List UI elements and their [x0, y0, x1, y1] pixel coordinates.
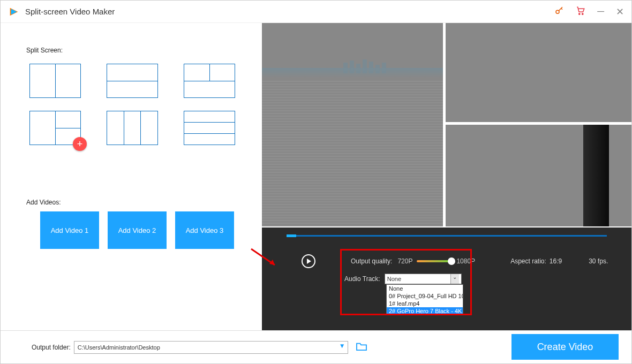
- preview-clip-3[interactable]: [446, 125, 631, 226]
- layout-top-split-bottom[interactable]: [184, 64, 235, 98]
- quality-1080p-label: 1080P: [456, 257, 475, 265]
- seek-bar[interactable]: [287, 235, 607, 237]
- chevron-down-icon: ⌄: [450, 274, 459, 284]
- layout-left-split-right[interactable]: +: [29, 111, 81, 145]
- audio-track-label: Audio Track:: [344, 275, 380, 283]
- add-video-buttons: Add Video 1 Add Video 2 Add Video 3: [40, 211, 250, 249]
- close-button[interactable]: ✕: [616, 6, 624, 18]
- audio-track-selected: None: [387, 276, 401, 282]
- aspect-ratio-value: 16:9: [550, 257, 562, 265]
- audio-option-1[interactable]: 0# Project_09-04_Full HD 108: [387, 292, 463, 300]
- minimize-button[interactable]: ─: [597, 6, 604, 17]
- play-button[interactable]: [302, 254, 315, 268]
- layout-3col[interactable]: [107, 111, 158, 145]
- preview-clip-2[interactable]: [446, 23, 631, 122]
- svg-point-2: [582, 13, 583, 14]
- key-icon[interactable]: [554, 6, 564, 18]
- output-folder-dropdown-icon[interactable]: ▼: [337, 342, 347, 353]
- quality-slider[interactable]: [417, 260, 452, 262]
- add-layout-icon[interactable]: +: [73, 137, 87, 151]
- audio-option-2[interactable]: 1# leaf.mp4: [387, 300, 463, 307]
- control-bar: Output quality: 720P 1080P Aspect ratio:…: [262, 228, 631, 330]
- audio-option-3[interactable]: 2# GoPro Hero 7 Black - 4K sa: [387, 307, 463, 315]
- add-video-1-button[interactable]: Add Video 1: [40, 211, 99, 249]
- audio-option-0[interactable]: None: [387, 285, 463, 292]
- content-area: Split Screen: +: [1, 23, 631, 330]
- split-screen-label: Split Screen:: [26, 47, 250, 54]
- layout-2col[interactable]: [29, 64, 81, 98]
- create-video-button[interactable]: Create Video: [511, 334, 619, 360]
- left-panel: Split Screen: +: [1, 23, 262, 330]
- audio-track-dropdown: None 0# Project_09-04_Full HD 108 1# lea…: [386, 284, 463, 315]
- preview-clip-1[interactable]: [262, 23, 443, 226]
- svg-point-0: [556, 10, 559, 13]
- quality-720p-label: 720P: [397, 257, 412, 265]
- app-logo-icon: [8, 6, 20, 18]
- add-video-2-button[interactable]: Add Video 2: [108, 211, 167, 249]
- svg-point-1: [579, 13, 580, 14]
- cart-icon[interactable]: [576, 6, 585, 18]
- app-title: Split-screen Video Maker: [25, 7, 554, 16]
- controls-row-2: Audio Track: None ⌄: [344, 274, 462, 284]
- layout-2row[interactable]: [107, 64, 158, 98]
- output-folder-field-wrap: ▼: [74, 341, 348, 354]
- layout-grid: +: [29, 64, 250, 145]
- add-videos-label: Add Videos:: [26, 199, 250, 206]
- preview-area: [262, 23, 631, 228]
- output-folder-input[interactable]: [74, 341, 348, 354]
- output-folder-label: Output folder:: [32, 344, 71, 351]
- layout-3row[interactable]: [184, 111, 235, 145]
- fps-value: 30 fps.: [589, 257, 608, 265]
- app-window: Split-screen Video Maker ─ ✕ Split Scree…: [0, 0, 632, 364]
- browse-folder-icon[interactable]: [356, 342, 367, 353]
- title-actions: ─ ✕: [554, 6, 624, 18]
- audio-track-select[interactable]: None ⌄: [385, 274, 462, 284]
- right-panel: Output quality: 720P 1080P Aspect ratio:…: [262, 23, 631, 330]
- add-video-3-button[interactable]: Add Video 3: [175, 211, 234, 249]
- output-quality-label: Output quality:: [351, 257, 392, 265]
- controls-row-1: Output quality: 720P 1080P Aspect ratio:…: [262, 254, 631, 268]
- aspect-ratio-label: Aspect ratio:: [510, 257, 546, 265]
- title-bar: Split-screen Video Maker ─ ✕: [1, 1, 631, 23]
- footer-bar: Output folder: ▼ Create Video: [1, 330, 631, 363]
